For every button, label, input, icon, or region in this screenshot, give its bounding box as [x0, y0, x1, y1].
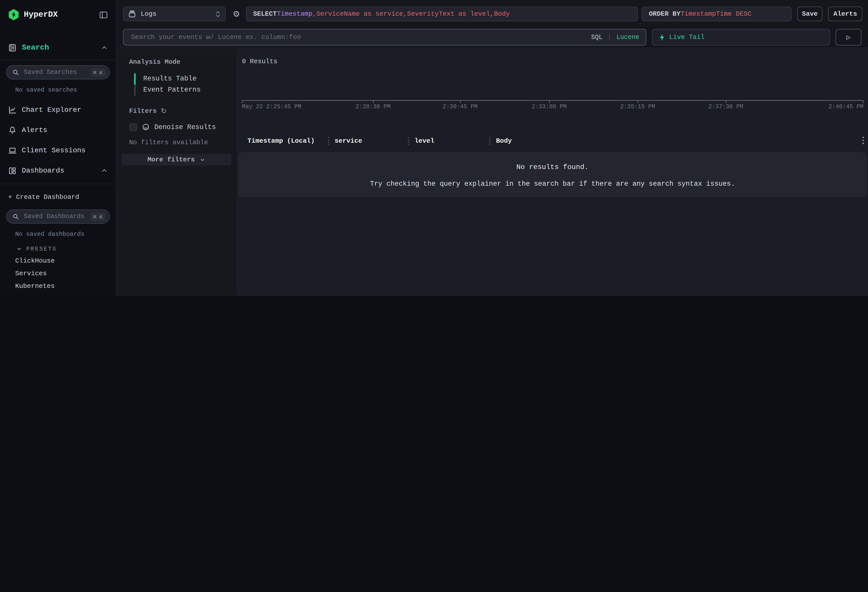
- chevron-down-icon: [199, 156, 205, 163]
- language-lucene-toggle[interactable]: Lucene: [617, 34, 639, 41]
- more-filters-label: More filters: [147, 156, 195, 164]
- more-filters-button[interactable]: More filters: [121, 154, 231, 165]
- results-count: 0 Results: [242, 58, 868, 65]
- no-filters-text: No filters available: [129, 139, 236, 146]
- event-search-bar[interactable]: SQL | Lucene: [123, 29, 646, 46]
- sidebar-item-client-sessions[interactable]: Client Sessions: [0, 140, 116, 160]
- refresh-icon[interactable]: ↻: [161, 107, 167, 115]
- mode-event-patterns[interactable]: Event Patterns: [134, 84, 236, 96]
- preset-kubernetes[interactable]: Kubernetes: [15, 282, 116, 290]
- analysis-mode-list: Results Table Event Patterns: [134, 73, 236, 96]
- sidebar-collapse-icon[interactable]: [99, 10, 108, 19]
- bell-icon: [8, 126, 17, 134]
- column-header-service[interactable]: service: [335, 137, 408, 145]
- filters-panel: Analysis Mode Results Table Event Patter…: [117, 48, 236, 296]
- column-resize-handle[interactable]: [328, 137, 329, 145]
- presets-label: PRESETS: [26, 246, 57, 252]
- divider: [0, 184, 116, 184]
- no-saved-searches-text: No saved searches: [15, 87, 116, 94]
- no-saved-dashboards-text: No saved dashboards: [15, 231, 116, 238]
- denoise-checkbox[interactable]: [130, 123, 137, 131]
- sidebar-item-dashboards[interactable]: Dashboards: [0, 160, 116, 181]
- sidebar-item-search[interactable]: Search: [0, 38, 116, 57]
- workspace: Logs ⚙ SELECT Timestamp, ServiceName as …: [117, 0, 868, 296]
- tick-mark: [242, 100, 242, 103]
- mode-results-table[interactable]: Results Table: [134, 73, 236, 84]
- empty-results-title: No results found.: [238, 163, 867, 171]
- source-table-icon: [128, 10, 136, 18]
- tick-label: 2:40:45 PM: [828, 103, 864, 110]
- denoise-icon: [142, 123, 150, 131]
- play-icon: ▷: [846, 33, 851, 41]
- denoise-label: Denoise Results: [154, 123, 216, 131]
- table-options-menu-icon[interactable]: [862, 137, 864, 144]
- empty-results-hint: Try checking the query explainer in the …: [238, 180, 867, 188]
- preset-clickhouse[interactable]: ClickHouse: [15, 257, 116, 265]
- analysis-mode-heading: Analysis Mode: [129, 58, 236, 66]
- alerts-button[interactable]: Alerts: [828, 7, 862, 21]
- column-resize-handle[interactable]: [489, 137, 490, 145]
- select-updown-icon: [215, 10, 221, 18]
- search-section-icon: [8, 43, 17, 52]
- event-search-input[interactable]: [130, 33, 586, 41]
- chart-explorer-icon: [8, 105, 17, 114]
- events-timeline-chart[interactable]: May 22 2:25:45 PM 2:28:30 PM 2:30:45 PM …: [242, 65, 864, 110]
- denoise-results-option[interactable]: Denoise Results: [130, 123, 236, 131]
- live-tail-button[interactable]: Live Tail: [652, 29, 830, 46]
- brand-title: HyperDX: [24, 10, 58, 19]
- nav-label: Client Sessions: [22, 146, 86, 154]
- source-select-value: Logs: [141, 10, 156, 18]
- tick-mark: [549, 100, 550, 103]
- chevron-up-icon[interactable]: [101, 44, 108, 51]
- sidebar-header: HyperDX: [0, 0, 116, 30]
- saved-searches-search[interactable]: ⌘ K: [6, 65, 110, 80]
- column-header-timestamp[interactable]: Timestamp (Local): [248, 137, 328, 145]
- search-icon: [12, 213, 19, 220]
- presets-toggle[interactable]: PRESETS: [16, 246, 116, 252]
- column-header-level[interactable]: level: [415, 137, 489, 145]
- filters-label: Filters: [129, 107, 156, 115]
- lightning-bolt-icon: [658, 33, 664, 41]
- nav-label: Chart Explorer: [22, 106, 81, 114]
- empty-results-panel: No results found. Try checking the query…: [238, 152, 867, 197]
- sidebar: HyperDX Search ⌘ K No saved searches: [0, 0, 117, 296]
- tick-mark: [373, 100, 373, 103]
- saved-dashboards-search[interactable]: ⌘ K: [6, 210, 110, 224]
- nav-label: Dashboards: [22, 167, 64, 174]
- topbar: Logs ⚙ SELECT Timestamp, ServiceName as …: [117, 0, 868, 48]
- tick-mark: [460, 100, 461, 103]
- filters-heading: Filters ↻: [129, 107, 236, 115]
- language-sql-toggle[interactable]: SQL: [591, 34, 602, 41]
- tick-label: 2:30:45 PM: [443, 103, 478, 110]
- sidebar-item-alerts[interactable]: Alerts: [0, 120, 116, 140]
- language-divider: |: [608, 34, 611, 41]
- tick-label: 2:35:15 PM: [620, 103, 655, 110]
- sidebar-item-chart-explorer[interactable]: Chart Explorer: [0, 100, 116, 120]
- source-settings-button[interactable]: ⚙: [230, 7, 243, 21]
- save-button[interactable]: Save: [797, 7, 822, 21]
- tick-mark: [638, 100, 638, 103]
- chevron-up-icon[interactable]: [101, 167, 108, 174]
- source-select[interactable]: Logs: [123, 7, 226, 21]
- live-tail-label: Live Tail: [669, 33, 704, 41]
- saved-searches-input[interactable]: [23, 68, 87, 77]
- select-clause-input[interactable]: SELECT Timestamp, ServiceName as service…: [246, 7, 638, 21]
- divider: [0, 60, 116, 60]
- order-by-input[interactable]: ORDER BY TimestampTime DESC: [642, 7, 791, 21]
- tick-mark: [863, 100, 864, 103]
- results-table-header: Timestamp (Local) service level Body: [236, 134, 868, 147]
- run-query-button[interactable]: ▷: [836, 29, 861, 46]
- nav-label: Alerts: [22, 126, 47, 134]
- column-resize-handle[interactable]: [408, 137, 409, 145]
- hyperdx-app: HyperDX Search ⌘ K No saved searches: [0, 0, 868, 296]
- chevron-down-icon: [16, 246, 22, 252]
- tick-mark: [726, 100, 726, 103]
- shortcut-badge: ⌘ K: [90, 212, 106, 221]
- saved-dashboards-input[interactable]: [23, 213, 87, 221]
- timeline-axis: [242, 100, 864, 101]
- sidebar-nav: Chart Explorer Alerts Client Sessions Da…: [0, 100, 116, 181]
- content: Analysis Mode Results Table Event Patter…: [117, 48, 868, 296]
- column-header-body[interactable]: Body: [496, 137, 868, 145]
- create-dashboard-button[interactable]: + Create Dashboard: [0, 189, 116, 204]
- preset-services[interactable]: Services: [15, 270, 116, 277]
